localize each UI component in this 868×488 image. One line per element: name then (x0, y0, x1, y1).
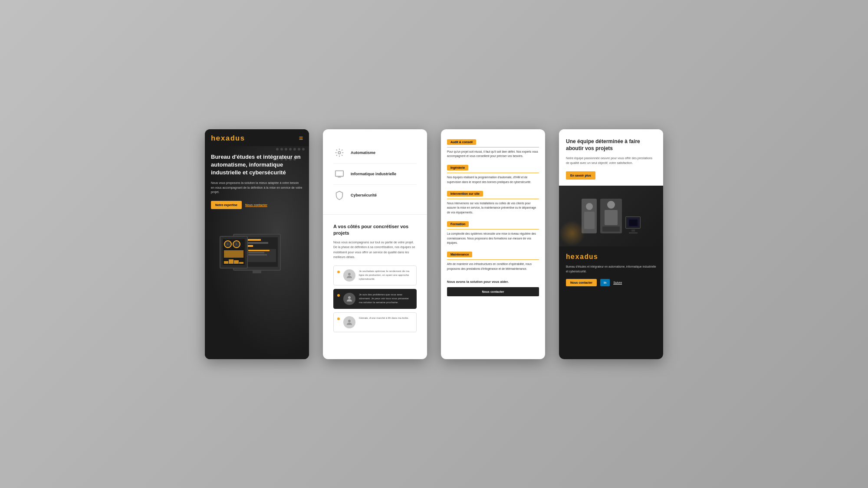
service-informatique-label: Informatique industrielle (351, 172, 396, 176)
text-audit: Pour qu'un projet soit réussi, il faut q… (447, 150, 539, 159)
card-services: Automatisme Informatique industrielle (323, 129, 427, 359)
text-intervention: Nous intervenons sur vos installations o… (447, 201, 539, 215)
footer-text: Bureau d'études et intégrateur en automa… (566, 265, 656, 274)
card1-header: hexadus ≡ (205, 129, 309, 146)
service-cybersecurite: Cybersécurité (333, 185, 417, 206)
svg-rect-1 (335, 170, 343, 176)
tag-intervention: Intervention sur site (447, 191, 483, 197)
expertise-button[interactable]: Notre expertise (211, 201, 242, 209)
divider-maintenance (447, 259, 539, 260)
footer-buttons: Nous contacter in Suivre (566, 279, 656, 286)
divider-formation (447, 229, 539, 229)
team-description: Notre équipe passionnée oeuvre pour vous… (566, 156, 656, 165)
svg-point-4 (348, 320, 351, 322)
service-automatisme: Automatisme (333, 142, 417, 164)
footer-section: hexadus Bureau d'études et intégrateur e… (559, 246, 663, 359)
team-person-2 (600, 199, 622, 233)
service-formation: Formation La complexité des systèmes néc… (447, 219, 539, 245)
contact-link-button[interactable]: Nous contacter (245, 201, 267, 209)
follow-button[interactable]: Suivre (613, 281, 622, 284)
cta-text: Nous avons la solution pour vous aider. (447, 280, 539, 284)
tag-formation: Formation (447, 221, 469, 227)
svg-point-0 (338, 151, 341, 154)
card-team: Une équipe déterminée à faire aboutir vo… (559, 129, 663, 359)
main-container: hexadus ≡ Bureau d'études et intégrateur… (170, 103, 698, 385)
service-cybersecurite-label: Cybersécurité (351, 193, 377, 197)
linkedin-icon: in (604, 281, 606, 284)
text-formation: La complexité des systèmes nécessite une… (447, 232, 539, 245)
tag-audit: Audit & conseil (447, 139, 476, 145)
tag-maintenance: Maintenance (447, 252, 472, 257)
svg-point-2 (348, 273, 351, 275)
team-photo (559, 186, 663, 246)
contact-button[interactable]: Nous contacter (447, 287, 539, 296)
dot-1 (337, 271, 340, 273)
service-automatisme-label: Automatisme (351, 151, 375, 155)
service-maintenance: Maintenance Afin de maintenir vos infras… (447, 249, 539, 271)
testimonial-2: Je suis des problèmes que vous avez sûre… (333, 289, 417, 309)
services-list: Automatisme Informatique industrielle (323, 129, 427, 215)
team-section: Une équipe déterminée à faire aboutir vo… (559, 129, 663, 186)
desk-monitor (625, 199, 641, 233)
device-mockup: ⊙ ⊙ (211, 214, 303, 271)
hero-text: Nous vous proposons la solution la mieux… (211, 181, 303, 195)
about-text: Nous vous accompagnons sur tout ou parti… (333, 240, 417, 259)
divider-ingenierie (447, 173, 539, 173)
avatar-3 (343, 316, 355, 328)
testimonial-3: Géniale, d'une marché à 9h dans ma boîte… (333, 312, 417, 332)
about-section: A vos côtés pour concrétiser vos projets… (323, 215, 427, 345)
avatar-2 (343, 293, 355, 305)
hero-section: Bureau d'études et intégrateur en automa… (205, 146, 309, 359)
text-ingenierie: Nos équipes réalisent la programmation d… (447, 175, 539, 184)
testimonial-1-text: Je souhaitais optimiser le rendement de … (359, 269, 413, 281)
footer-logo: hexadus (566, 253, 656, 261)
learn-more-button[interactable]: En savoir plus (566, 171, 595, 180)
tablet-icon: ⊙ ⊙ (220, 236, 248, 269)
divider-audit (447, 147, 539, 147)
testimonial-1: Je souhaitais optimiser le rendement de … (333, 265, 417, 285)
dot-2 (337, 294, 340, 297)
service-intervention: Intervention sur site Nous intervenons s… (447, 189, 539, 215)
service-ingenierie: Ingénierie Nos équipes réalisent la prog… (447, 163, 539, 184)
svg-point-3 (348, 296, 351, 299)
tag-ingenierie: Ingénierie (447, 165, 468, 170)
hamburger-icon[interactable]: ≡ (299, 134, 303, 142)
hero-buttons: Notre expertise Nous contacter (211, 201, 303, 209)
testimonial-2-text: Je suis des problèmes que vous avez sûre… (359, 293, 413, 305)
team-title: Une équipe déterminée à faire aboutir vo… (566, 138, 656, 153)
shield-icon (333, 189, 345, 201)
gear-icon (333, 147, 345, 159)
avatar-1 (343, 269, 355, 282)
glow-decoration (559, 220, 585, 246)
divider-intervention (447, 199, 539, 199)
card-hero: hexadus ≡ Bureau d'études et intégrateur… (205, 129, 309, 359)
logo: hexadus (211, 134, 245, 143)
linkedin-button[interactable]: in (600, 279, 610, 286)
text-maintenance: Afin de maintenir vos infrastructures en… (447, 262, 539, 271)
service-audit: Audit & conseil Pour qu'un projet soit r… (447, 137, 539, 159)
about-title: A vos côtés pour concrétiser vos projets (333, 223, 417, 237)
computer-icon (333, 168, 345, 180)
testimonial-3-text: Géniale, d'une marché à 9h dans ma boîte… (359, 316, 409, 320)
service-informatique: Informatique industrielle (333, 164, 417, 185)
card-services-detail: Audit & conseil Pour qu'un projet soit r… (441, 129, 545, 359)
dot-3 (337, 318, 340, 320)
decoration-dots (274, 146, 309, 168)
footer-contact-button[interactable]: Nous contacter (566, 279, 597, 286)
